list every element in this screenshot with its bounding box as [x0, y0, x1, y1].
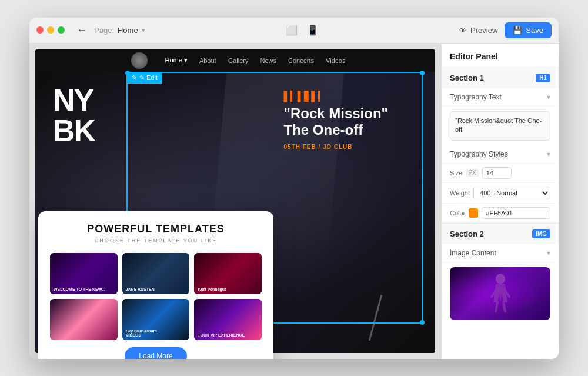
color-swatch[interactable]: [469, 208, 478, 218]
editor-panel-title: Editor Panel: [442, 44, 559, 68]
weight-select[interactable]: 400 - Normal 700 - Bold: [473, 187, 550, 199]
section1-badge: H1: [536, 74, 550, 82]
size-label: Size: [450, 169, 462, 177]
nav-item-news[interactable]: News: [260, 57, 277, 64]
page-name: Home: [118, 26, 138, 35]
save-button[interactable]: 💾 Save: [505, 22, 552, 38]
section1-title: Section 1: [450, 74, 484, 82]
section2-image-preview: [450, 267, 550, 320]
nav-item-gallery[interactable]: Gallery: [228, 57, 249, 64]
save-icon: 💾: [513, 26, 522, 35]
image-content-row[interactable]: Image Content ▾: [442, 244, 559, 262]
nav-item-videos[interactable]: Videos: [326, 57, 345, 64]
svg-line-3: [496, 302, 497, 311]
image-content-label: Image Content: [450, 249, 496, 257]
maximize-button[interactable]: [58, 26, 65, 34]
site-logo: [131, 52, 148, 69]
template-thumb-4[interactable]: [50, 299, 118, 340]
rock-mission-title: "Rock Mission"The One-off: [284, 105, 388, 139]
typography-styles-row[interactable]: Typography Styles ▾: [442, 145, 559, 164]
chevron-down-icon: ▾: [547, 249, 550, 257]
preview-label: Preview: [470, 26, 497, 35]
size-row: Size PX: [442, 164, 559, 183]
template-label-6: TOUR VIP EXPERIENCE: [198, 333, 258, 337]
load-more-button[interactable]: Load More: [125, 347, 186, 359]
typography-styles-label: Typography Styles: [450, 150, 508, 158]
svg-point-0: [496, 274, 505, 284]
chevron-down-icon: ▾: [142, 26, 145, 34]
nav-item-about[interactable]: About: [199, 57, 216, 64]
color-label: Color: [450, 209, 465, 217]
template-thumb-1[interactable]: WELCOME TO THE NEW...: [50, 253, 118, 294]
section1-header[interactable]: Section 1 H1: [442, 68, 559, 88]
section2-badge: IMG: [532, 229, 550, 238]
template-thumb-3[interactable]: Kurt Vonnegut: [194, 253, 262, 294]
typography-text-label: Typography Text: [450, 93, 502, 101]
page-selector[interactable]: Page: Home ▾: [94, 26, 145, 35]
eye-icon: 👁: [459, 26, 467, 35]
weight-row: Weight 400 - Normal 700 - Bold: [442, 183, 559, 204]
mobile-icon[interactable]: 📱: [307, 25, 319, 36]
main-content: Home ▾ About Gallery News Concerts Video…: [29, 44, 559, 359]
template-subtitle: CHOOSE THE TEMPLATE YOU LIKE: [50, 238, 262, 244]
minimize-button[interactable]: [47, 26, 54, 34]
singer-silhouette: [489, 273, 512, 314]
svg-line-4: [503, 302, 505, 311]
site-navigation: Home ▾ About Gallery News Concerts Video…: [35, 49, 435, 72]
template-title: POWERFUL TEMPLATES: [50, 223, 262, 235]
weight-label: Weight: [450, 189, 470, 197]
template-thumb-6[interactable]: TOUR VIP EXPERIENCE: [194, 299, 262, 340]
nav-item-concerts[interactable]: Concerts: [288, 57, 314, 64]
section2-title: Section 2: [450, 229, 484, 238]
rock-date: 05TH FEB / JD CLUB: [284, 144, 388, 150]
template-label-5: Sky Blue AlbumVIDEOS: [126, 329, 186, 337]
titlebar: ← Page: Home ▾ ⬜ 📱 👁 Preview 💾 Save: [29, 18, 559, 44]
desktop-icon[interactable]: ⬜: [286, 25, 298, 36]
save-label: Save: [526, 26, 543, 35]
color-row: Color #FF8A01: [442, 204, 559, 223]
page-label: Page:: [94, 26, 114, 35]
size-input[interactable]: [482, 167, 512, 179]
back-button[interactable]: ←: [76, 24, 87, 36]
typography-text-row[interactable]: Typography Text ▾: [442, 88, 559, 107]
close-button[interactable]: [36, 26, 44, 34]
section2-header[interactable]: Section 2 IMG: [442, 223, 559, 244]
right-controls: 👁 Preview 💾 Save: [459, 22, 552, 38]
px-badge: PX: [466, 169, 478, 177]
canvas-area[interactable]: Home ▾ About Gallery News Concerts Video…: [29, 44, 441, 359]
template-thumb-2[interactable]: JANE AUSTEN: [122, 253, 190, 294]
chevron-down-icon: ▾: [547, 150, 550, 158]
color-value[interactable]: #FF8A01: [482, 207, 550, 219]
traffic-lights: [36, 26, 65, 34]
template-label-2: JANE AUSTEN: [126, 287, 186, 291]
hero-rock-text: ▌▎▌▋▌▎ "Rock Mission"The One-off 05TH FE…: [284, 91, 388, 151]
template-label-1: WELCOME TO THE NEW...: [54, 287, 114, 291]
preview-button[interactable]: 👁 Preview: [459, 26, 497, 35]
center-controls: ⬜ 📱: [152, 25, 452, 36]
template-label-3: Kurt Vonnegut: [198, 287, 258, 291]
editor-panel: Editor Panel Section 1 H1 Typography Tex…: [441, 44, 559, 359]
template-thumb-5[interactable]: Sky Blue AlbumVIDEOS: [122, 299, 190, 340]
template-overlay: POWERFUL TEMPLATES CHOOSE THE TEMPLATE Y…: [38, 211, 273, 359]
nav-item-home[interactable]: Home ▾: [165, 56, 188, 64]
main-window: ← Page: Home ▾ ⬜ 📱 👁 Preview 💾 Save: [29, 18, 559, 359]
chevron-down-icon: ▾: [547, 93, 550, 101]
typography-text-value[interactable]: "Rock Mission&quot The One-off: [450, 111, 550, 141]
template-grid: WELCOME TO THE NEW... JANE AUSTEN Kurt V…: [50, 253, 262, 340]
sound-wave-icon: ▌▎▌▋▌▎: [284, 91, 388, 102]
hero-nybk-text: NYBK: [53, 85, 95, 146]
